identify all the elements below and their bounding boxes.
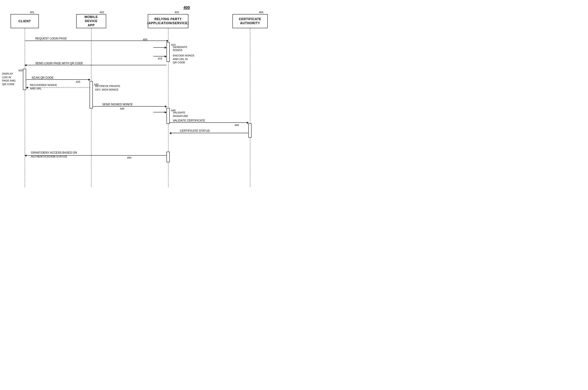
label-request-login: REQUEST LOGIN PAGE: [35, 37, 67, 40]
ref-420: 420: [18, 69, 23, 72]
arrow-cert-status: [170, 133, 248, 133]
label-recovered-nonce: RECOVERED NONCEAND URL: [30, 83, 57, 90]
actor-client: CLIENT: [11, 14, 39, 28]
arrow-scan-qr: [26, 79, 90, 80]
actor-ca: CERTIFICATEAUTHORITY: [232, 14, 268, 28]
proc-ca-cert: [248, 123, 252, 138]
label-scan-qr: SCAN QR CODE: [32, 76, 54, 79]
label-send-signed: SEND SIGNED NONCE: [102, 103, 133, 106]
ref-ca: 404: [259, 11, 263, 14]
arrow-val-sig-in: [153, 112, 166, 112]
ref-client: 401: [30, 11, 34, 14]
label-grant-deny: GRANT/DENY ACCESS BASED ONAUTHENTICATION…: [31, 151, 77, 159]
proc-relying-1: [167, 42, 170, 62]
ref-relying: 403: [175, 11, 179, 14]
actor-mobile: MOBILE DEVICEAPP: [76, 14, 106, 28]
ref-445: 445: [234, 123, 239, 126]
label-send-login: SEND LOGIN PAGE WITH QR CODE: [35, 62, 83, 65]
ref-450: 450: [127, 156, 131, 159]
proc-relying-validate: [167, 108, 170, 124]
label-cert-status: CERTIFICATE STATUS: [180, 129, 210, 133]
lifeline-client: [25, 28, 25, 187]
arrow-send-login: [25, 65, 167, 65]
ref-415: 415: [158, 57, 162, 60]
ref-425: 425: [76, 80, 80, 83]
label-retrieve-key: RETRIEVE PRIVATEKEY, SIGN NONCE: [95, 84, 120, 91]
proc-client-display: [23, 69, 26, 90]
actor-relying: RELYING PARTY(APPLICATION/SERVICE): [148, 14, 188, 28]
label-validate-cert: VALIDATE CERTIFICATE: [173, 119, 205, 122]
label-generate-nonce: GENERATENONCE: [173, 46, 187, 51]
arrow-encode-nonce-in: [153, 56, 166, 56]
proc-relying-grant: [167, 152, 170, 162]
proc-mobile-sign: [90, 81, 93, 108]
arrow-gen-nonce-in: [153, 47, 166, 48]
arrow-send-signed: [93, 106, 167, 106]
label-validate-sig: VALIDATESIGNATURE: [173, 111, 188, 118]
ref-435: 435: [120, 107, 124, 110]
lifeline-ca: [250, 28, 250, 187]
ref-405: 405: [143, 38, 147, 41]
ref-mobile: 402: [100, 11, 104, 14]
sequence-diagram: 400 CLIENT 401 MOBILE DEVICEAPP 402 RELY…: [0, 0, 294, 195]
label-encode-nonce: ENCODE NONCEAND URL INQR CODE: [173, 54, 194, 64]
arrow-validate-cert: [170, 122, 248, 123]
diagram-number: 400: [183, 5, 190, 10]
label-display: DISPLAYLOG INPAGE ANDQR CODE: [2, 72, 22, 86]
